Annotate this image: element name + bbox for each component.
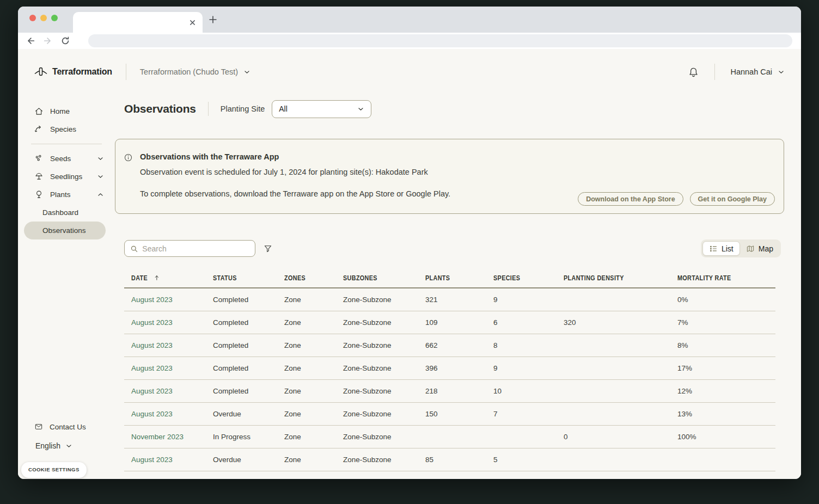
notifications-bell-icon[interactable] <box>688 66 699 78</box>
subzones-cell: Zone-Subzone <box>343 387 425 395</box>
zoom-window-button[interactable] <box>51 15 58 21</box>
status-cell: Completed <box>213 341 284 349</box>
header-divider <box>126 64 126 80</box>
status-cell: In Progress <box>213 433 284 441</box>
zones-cell: Zone <box>284 296 343 304</box>
map-view-label: Map <box>759 244 773 253</box>
address-bar[interactable] <box>88 34 792 47</box>
app-store-button[interactable]: Download on the App Store <box>578 192 683 206</box>
sidebar-item-label: Home <box>50 107 70 115</box>
column-header-date[interactable]: DATE <box>131 274 213 282</box>
sidebar-item-dashboard[interactable]: Dashboard <box>18 204 115 222</box>
organization-selector[interactable]: Terraformation (Chudo Test) <box>140 67 250 76</box>
sidebar-item-label: Seeds <box>50 155 90 163</box>
observation-date-link[interactable]: August 2023 <box>131 387 213 395</box>
sidebar-item-label: Species <box>50 125 76 133</box>
back-icon[interactable] <box>26 36 35 46</box>
status-cell: Overdue <box>213 456 284 464</box>
sidebar-item-home[interactable]: Home <box>18 102 115 120</box>
table-row: August 2023 Overdue Zone Zone-Subzone 85… <box>124 448 775 471</box>
seedlings-icon <box>34 172 44 181</box>
planting-site-select[interactable]: All <box>272 100 371 118</box>
sidebar-item-species[interactable]: Species <box>18 120 115 138</box>
observation-date-link[interactable]: November 2023 <box>131 433 213 441</box>
planting-site-label: Planting Site <box>221 105 265 113</box>
close-window-button[interactable] <box>29 15 36 21</box>
sort-ascending-icon <box>154 274 160 281</box>
column-header-zones[interactable]: ZONES <box>284 274 343 282</box>
column-header-mortality-rate[interactable]: MORTALITY RATE <box>677 274 775 282</box>
list-view-button[interactable]: List <box>702 241 740 256</box>
forward-icon[interactable] <box>43 36 53 46</box>
subzones-cell: Zone-Subzone <box>343 341 425 349</box>
view-toggle: List Map <box>701 239 781 257</box>
status-cell: Completed <box>213 387 284 395</box>
observation-date-link[interactable]: August 2023 <box>131 296 213 304</box>
sidebar-item-observations[interactable]: Observations <box>24 222 106 239</box>
plants-icon <box>34 190 44 199</box>
subzones-cell: Zone-Subzone <box>343 364 425 372</box>
seeds-icon <box>34 154 44 163</box>
envelope-icon <box>34 422 43 431</box>
observation-date-link[interactable]: August 2023 <box>131 318 213 327</box>
planting-site-value: All <box>279 105 357 113</box>
minimize-window-button[interactable] <box>40 15 47 21</box>
observation-date-link[interactable]: August 2023 <box>131 410 213 418</box>
window-controls <box>29 15 58 21</box>
sidebar-divider <box>31 144 102 144</box>
terraware-app-banner: Observations with the Terraware App Obse… <box>115 139 784 214</box>
browser-tab[interactable] <box>73 12 203 33</box>
map-view-button[interactable]: Map <box>740 241 779 256</box>
mortality-rate-cell: 100% <box>677 433 775 441</box>
organization-name: Terraformation (Chudo Test) <box>140 67 238 76</box>
observation-date-link[interactable]: August 2023 <box>131 456 213 464</box>
google-play-button[interactable]: Get it on Google Play <box>690 192 775 206</box>
sidebar-item-plants[interactable]: Plants <box>18 186 115 204</box>
zones-cell: Zone <box>284 433 343 441</box>
zones-cell: Zone <box>284 456 343 464</box>
app-header: Terraformation Terraformation (Chudo Tes… <box>18 49 801 95</box>
sidebar-item-seedlings[interactable]: Seedlings <box>18 168 115 186</box>
zones-cell: Zone <box>284 364 343 372</box>
browser-toolbar <box>18 33 801 49</box>
new-tab-icon[interactable] <box>209 15 217 24</box>
observation-date-link[interactable]: August 2023 <box>131 341 213 349</box>
close-tab-icon[interactable] <box>187 17 197 27</box>
search-box <box>124 240 255 257</box>
sidebar-item-seeds[interactable]: Seeds <box>18 150 115 168</box>
cookie-settings-button[interactable]: COOKIE SETTINGS <box>21 462 87 478</box>
sidebar-item-label: Dashboard <box>42 208 78 217</box>
chevron-down-icon <box>243 69 250 76</box>
column-header-status[interactable]: STATUS <box>213 274 284 282</box>
column-header-plants[interactable]: PLANTS <box>425 274 493 282</box>
column-header-species[interactable]: SPECIES <box>493 274 564 282</box>
banner-buttons: Download on the App Store Get it on Goog… <box>578 192 775 206</box>
species-cell: 6 <box>493 318 564 327</box>
column-header-planting-density[interactable]: PLANTING DENSITY <box>564 274 677 282</box>
planting-density-cell: 0 <box>564 433 677 441</box>
planting-density-cell: 320 <box>564 318 677 327</box>
language-selector[interactable]: English <box>18 438 115 453</box>
cookie-settings-label: COOKIE SETTINGS <box>28 466 80 472</box>
user-menu[interactable]: Hannah Cai <box>730 67 785 76</box>
species-cell: 7 <box>493 410 564 418</box>
filter-icon[interactable] <box>263 244 273 254</box>
contact-us-link[interactable]: Contact Us <box>18 419 115 434</box>
chevron-down-icon <box>97 173 104 180</box>
table-row: August 2023 Completed Zone Zone-Subzone … <box>124 311 775 334</box>
column-header-subzones[interactable]: SUBZONES <box>343 274 425 282</box>
plants-cell: 150 <box>425 410 493 418</box>
mortality-rate-cell: 13% <box>677 410 775 418</box>
terraformation-logo[interactable]: Terraformation <box>34 65 112 78</box>
table-row: August 2023 Completed Zone Zone-Subzone … <box>124 334 775 357</box>
search-icon <box>130 244 138 253</box>
search-input[interactable] <box>142 244 249 253</box>
reload-icon[interactable] <box>60 36 70 46</box>
map-icon <box>746 244 755 253</box>
status-cell: Completed <box>213 296 284 304</box>
sidebar-item-label: Plants <box>50 190 90 199</box>
observation-date-link[interactable]: August 2023 <box>131 364 213 372</box>
zones-cell: Zone <box>284 410 343 418</box>
sidebar-item-label: Seedlings <box>50 173 90 181</box>
user-name: Hannah Cai <box>730 67 772 76</box>
